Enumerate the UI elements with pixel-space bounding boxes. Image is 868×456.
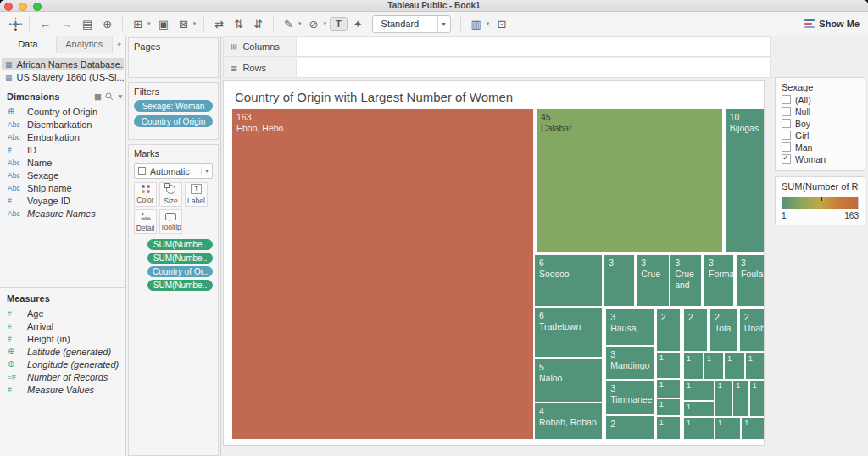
marks-pill[interactable]: SUM(Numbe.. bbox=[147, 253, 213, 264]
sexage-option[interactable]: Man bbox=[782, 142, 859, 152]
treemap-cell-mandingo[interactable]: 3Mandingo bbox=[605, 346, 654, 380]
treemap-cell[interactable]: 1 bbox=[749, 380, 765, 417]
treemap-cell-calabar[interactable]: 45Calabar bbox=[536, 108, 723, 253]
filters-card[interactable]: Filters Sexage: Woman Country of Origin bbox=[128, 82, 219, 140]
marks-pill[interactable]: SUM(Numbe.. bbox=[147, 280, 213, 291]
columns-shelf[interactable]: ≣ Columns bbox=[223, 36, 771, 57]
marks-pill[interactable]: Country of Or.. bbox=[147, 266, 213, 277]
checkbox[interactable] bbox=[782, 154, 791, 164]
treemap-cell-naloo[interactable]: 5Naloo bbox=[534, 359, 603, 403]
treemap-cell-crue-and[interactable]: 3Crue and bbox=[670, 254, 702, 307]
filter-pill[interactable]: Sexage: Woman bbox=[134, 100, 213, 112]
data-source-item[interactable]: ▦ African Names Database... bbox=[2, 58, 124, 70]
redo-button[interactable]: → bbox=[57, 18, 76, 31]
fix-axes-button[interactable]: ✦ bbox=[349, 18, 367, 31]
sexage-option[interactable]: Woman bbox=[782, 154, 859, 164]
marks-pill[interactable]: SUM(Numbe.. bbox=[147, 239, 213, 250]
treemap-cell-forma[interactable]: 3Forma bbox=[704, 254, 734, 307]
label-button[interactable]: T Label bbox=[185, 182, 208, 207]
show-mark-labels-button[interactable]: T bbox=[330, 17, 348, 31]
checkbox[interactable] bbox=[782, 131, 791, 140]
highlight-caret-icon[interactable]: ▾ bbox=[297, 20, 303, 27]
treemap-cell[interactable]: 1 bbox=[683, 353, 704, 380]
dimension-field[interactable]: # Voyage ID bbox=[0, 194, 125, 207]
dimension-field[interactable]: ⊕ Country of Origin bbox=[0, 105, 125, 118]
add-data-source-button[interactable]: ⊕ bbox=[98, 18, 116, 31]
treemap-cell[interactable]: 1 bbox=[683, 380, 715, 401]
treemap-cell[interactable]: 1 bbox=[745, 353, 765, 380]
treemap-cell[interactable]: 2 bbox=[656, 309, 682, 352]
chevron-down-icon[interactable]: ▾ bbox=[118, 92, 122, 101]
treemap-cell[interactable]: 1 bbox=[656, 398, 682, 416]
zoom-window-button[interactable] bbox=[33, 3, 42, 11]
duplicate-sheet-button[interactable]: ▣ bbox=[154, 18, 173, 31]
dimension-field[interactable]: # ID bbox=[0, 143, 125, 156]
measure-field[interactable]: =# Number of Records bbox=[0, 370, 125, 383]
dimension-field[interactable]: Abc Embarkation bbox=[0, 131, 125, 143]
filter-pill[interactable]: Country of Origin bbox=[134, 115, 213, 127]
data-source-item[interactable]: ▦ US Slavery 1860 (US-Sl... bbox=[2, 70, 124, 83]
treemap-cell-tradetown[interactable]: 6Tradetown bbox=[534, 307, 603, 358]
fit-dropdown[interactable]: Standard ▾ bbox=[372, 15, 451, 33]
sexage-option[interactable]: Boy bbox=[782, 119, 859, 128]
search-icon[interactable] bbox=[105, 92, 114, 101]
sexage-option[interactable]: Null bbox=[782, 107, 859, 116]
treemap-cell[interactable]: 1 bbox=[741, 417, 765, 440]
treemap-cell[interactable]: 1 bbox=[715, 380, 732, 417]
treemap-cell[interactable]: 1 bbox=[656, 352, 682, 379]
sexage-option[interactable]: (All) bbox=[782, 95, 859, 104]
dimension-field[interactable]: Abc Disembarkation bbox=[0, 118, 125, 131]
close-window-button[interactable] bbox=[4, 3, 13, 11]
treemap-cell-unah[interactable]: 2Unah bbox=[739, 309, 765, 352]
dimension-field[interactable]: Abc Name bbox=[0, 156, 125, 169]
treemap-cell[interactable]: 1 bbox=[724, 353, 745, 380]
treemap-cell-soosoo[interactable]: 6Soosoo bbox=[534, 254, 603, 307]
marks-card[interactable]: Marks Automatic ▾ Color Size bbox=[128, 144, 219, 456]
treemap-cell-hausa[interactable]: 3Hausa, bbox=[605, 309, 654, 346]
fit-dropdown-caret-icon[interactable]: ▾ bbox=[437, 16, 450, 32]
treemap-cell[interactable]: 2 bbox=[683, 309, 708, 352]
mark-type-caret-icon[interactable]: ▾ bbox=[201, 167, 209, 175]
treemap-cell-tola[interactable]: 2Tola bbox=[709, 309, 737, 352]
checkbox[interactable] bbox=[782, 119, 791, 128]
undo-button[interactable]: ← bbox=[36, 18, 55, 31]
tooltip-button[interactable]: Tooltip bbox=[159, 209, 182, 234]
treemap-cell-bijogas[interactable]: 10Bijogas bbox=[725, 108, 765, 253]
view-as-grid-icon[interactable]: ▦ bbox=[94, 92, 102, 101]
treemap-cell-robah-roban[interactable]: 4Robah, Roban bbox=[534, 403, 603, 440]
tab-data[interactable]: Data bbox=[0, 36, 57, 53]
checkbox[interactable] bbox=[782, 142, 791, 152]
pages-card[interactable]: Pages bbox=[128, 37, 219, 78]
measure-field[interactable]: ⊕ Longitude (generated) bbox=[0, 358, 125, 370]
treemap-cell[interactable]: 2 bbox=[605, 415, 654, 440]
sexage-option[interactable]: Girl bbox=[782, 131, 859, 140]
new-worksheet-button[interactable]: ⊞ bbox=[129, 18, 147, 31]
pin-icon[interactable]: ⌖ bbox=[113, 36, 125, 53]
format-button[interactable]: ⊘ bbox=[304, 18, 322, 31]
swap-rows-columns-button[interactable]: ⇄ bbox=[210, 18, 228, 31]
checkbox[interactable] bbox=[782, 95, 791, 104]
presentation-mode-button[interactable]: ⊡ bbox=[492, 18, 510, 31]
detail-button[interactable]: Detail bbox=[134, 209, 157, 234]
show-hide-cards-caret-icon[interactable]: ▾ bbox=[485, 20, 492, 27]
dimension-field[interactable]: Abc Sexage bbox=[0, 169, 125, 181]
sort-ascending-button[interactable]: ⇅ bbox=[230, 18, 248, 31]
treemap-cell[interactable]: 1 bbox=[683, 401, 715, 417]
tab-analytics[interactable]: Analytics bbox=[57, 36, 114, 53]
treemap-cell[interactable]: 1 bbox=[656, 379, 682, 398]
color-gradient-bar[interactable] bbox=[782, 197, 859, 209]
save-button[interactable]: ▤ bbox=[78, 18, 97, 31]
show-hide-cards-button[interactable]: ▥ bbox=[467, 18, 486, 31]
rows-shelf[interactable]: ≣ Rows bbox=[223, 58, 771, 78]
measure-field[interactable]: # Height (in) bbox=[0, 332, 125, 345]
sort-descending-button[interactable]: ⇵ bbox=[249, 18, 267, 31]
size-button[interactable]: Size bbox=[159, 182, 182, 207]
format-caret-icon[interactable]: ▾ bbox=[321, 20, 328, 27]
treemap-cell[interactable]: 1 bbox=[715, 417, 741, 440]
treemap-cell-foulah[interactable]: 3Foulah bbox=[736, 254, 765, 307]
measure-field[interactable]: # Age bbox=[0, 307, 125, 320]
treemap-cell[interactable]: 1 bbox=[704, 353, 724, 380]
dimension-field[interactable]: Abc Measure Names bbox=[0, 207, 125, 220]
measure-field[interactable]: # Arrival bbox=[0, 320, 125, 332]
mark-type-dropdown[interactable]: Automatic ▾ bbox=[134, 163, 213, 179]
